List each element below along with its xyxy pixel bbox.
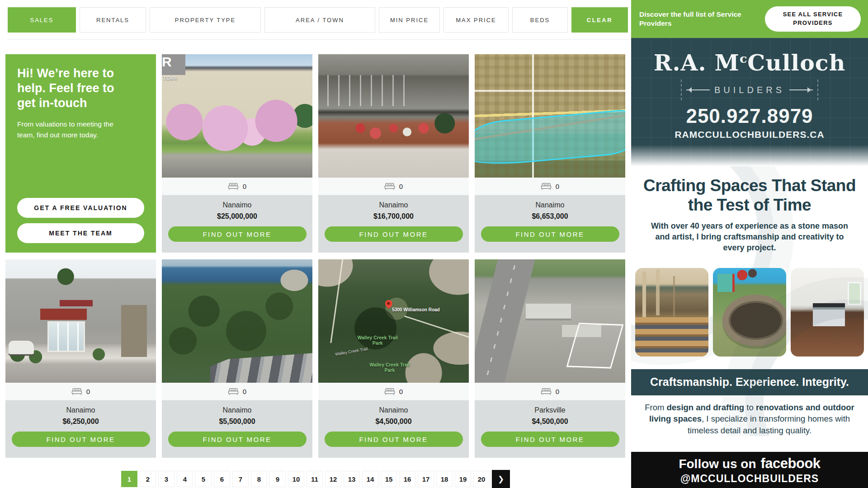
page-button-16[interactable]: 16 [399,471,415,487]
promo-heading: Hi! We’re here to help. Feel free to get… [17,66,126,111]
builder-logo: R.A. McCulloch [631,50,868,76]
listing-price: $6,653,000 [475,212,625,221]
find-out-more-button[interactable]: FIND OUT MORE [12,432,150,447]
next-page-button[interactable]: ❯ [492,470,510,488]
page-button-7[interactable]: 7 [232,471,249,487]
listing-photo-forest-ocean-aerial[interactable] [162,259,312,383]
page-button-14[interactable]: 14 [362,471,378,487]
listing-meta-strip: 0 [475,383,625,400]
builder-phone: 250.927.8979 [631,105,868,127]
builder-ad-header: R.A. McCulloch BUILDERS 250.927.8979 RAM… [631,38,868,166]
pagination: 1234567891011121314151617181920❯ [0,470,631,488]
page-button-8[interactable]: 8 [251,471,267,487]
listing-photo-condo-cherry-blossoms[interactable]: RTOR® [162,54,312,178]
listing-photo-entrance-flower-garden[interactable] [318,54,469,178]
filter-area-town[interactable]: AREA / TOWN [264,7,375,33]
page-button-10[interactable]: 10 [288,471,304,487]
page-button-11[interactable]: 11 [307,471,323,487]
filter-rentals[interactable]: RENTALS [80,7,146,33]
listing-meta-strip: 0 [5,383,156,400]
listing-location: Nanaimo [162,406,312,414]
bed-icon [228,388,239,395]
service-banner-text: Discover the full list of Service Provid… [639,10,752,28]
filter-beds[interactable]: BEDS [512,7,568,33]
listing-location: Nanaimo [5,406,156,414]
listing-card: RTOR®0Nanaimo$25,000,000FIND OUT MORE [162,54,312,253]
page-button-12[interactable]: 12 [325,471,341,487]
page-button-2[interactable]: 2 [140,471,156,487]
listing-photo-parcel-map-aerial[interactable] [475,54,625,178]
follow-us-text: Follow us on [679,457,756,471]
filter-max-price[interactable]: MAX PRICE [443,7,509,33]
ad-subheadline: With over 40 years of experience as a st… [650,221,849,253]
listing-info: Nanaimo$5,500,000FIND OUT MORE [162,400,312,458]
filter-clear[interactable]: CLEAR [571,7,628,33]
page-button-15[interactable]: 15 [381,471,397,487]
meet-the-team-button[interactable]: MEET THE TEAM [17,223,144,243]
bed-icon [384,388,395,395]
ad-facebook-footer: Follow us onfacebook @MCCULLOCHBUILDERS [631,452,868,488]
bed-count: 0 [399,388,403,395]
page-button-19[interactable]: 19 [455,471,471,487]
filter-sales[interactable]: SALES [8,7,76,33]
logo-superscript: c [740,52,747,66]
filter-property-type[interactable]: PROPERTY TYPE [150,7,261,33]
page-button-20[interactable]: 20 [473,471,490,487]
find-out-more-button[interactable]: FIND OUT MORE [325,432,463,447]
bed-icon [541,183,552,190]
listing-info: Parksville$4,500,000FIND OUT MORE [475,400,625,458]
bed-icon [541,388,552,395]
listings-grid: Hi! We’re here to help. Feel free to get… [5,54,631,458]
bed-icon [71,388,82,395]
builders-tagline: BUILDERS [675,80,824,100]
filter-min-price[interactable]: MIN PRICE [379,7,440,33]
page-button-4[interactable]: 4 [177,471,193,487]
page-button-18[interactable]: 18 [436,471,453,487]
page-button-1[interactable]: 1 [121,471,137,487]
listing-price: $6,250,000 [5,418,156,426]
bed-icon [228,183,239,190]
listing-price: $16,700,000 [318,212,469,221]
listing-card: 0Nanaimo$16,700,000FIND OUT MORE [318,54,469,253]
find-out-more-button[interactable]: FIND OUT MORE [481,432,619,447]
facebook-handle: @MCCULLOCHBUILDERS [680,473,819,485]
see-all-service-providers-button[interactable]: SEE ALL SERVICE PROVIDERS [765,6,861,32]
listing-location: Nanaimo [318,201,469,209]
photo-detail-roofA [526,304,571,319]
bed-count: 0 [399,183,403,190]
listing-photo-satellite-map-pin[interactable]: 5300 Williamson RoadWalley Creek Trail P… [318,259,469,383]
photo-detail-red2 [40,309,87,320]
listing-card: 0Parksville$4,500,000FIND OUT MORE [475,259,625,458]
page-button-17[interactable]: 17 [418,471,434,487]
get-free-valuation-button[interactable]: GET A FREE VALUATION [17,198,144,218]
dash-mark [817,80,818,100]
listing-card: 0Nanaimo$6,653,000FIND OUT MORE [475,54,625,253]
page-button-6[interactable]: 6 [214,471,230,487]
listing-card: 5300 Williamson RoadWalley Creek Trail P… [318,259,469,458]
photo-detail-red1 [60,300,93,306]
page-button-9[interactable]: 9 [269,471,286,487]
photo-detail-cyan [475,108,625,167]
listing-info: Nanaimo$4,500,000FIND OUT MORE [318,400,469,458]
bed-count: 0 [556,388,559,395]
find-out-more-button[interactable]: FIND OUT MORE [168,226,307,242]
ad-headline: Crafting Spaces That Stand the Test of T… [631,176,868,215]
listing-photo-commercial-aerial[interactable] [475,259,625,383]
find-out-more-button[interactable]: FIND OUT MORE [168,432,307,447]
page-button-3[interactable]: 3 [158,471,175,487]
listing-price: $4,500,000 [475,418,625,426]
listing-photo-industrial-building[interactable] [5,259,156,383]
listing-card: 0Nanaimo$6,250,000FIND OUT MORE [5,259,156,458]
realtor-watermark: R [162,54,185,75]
ad-photo-row [631,268,868,357]
promo-body: From valuations to meeting the team, fin… [17,119,119,141]
photo-detail-win [327,75,406,106]
photo-detail-hwy [475,259,537,383]
listing-price: $25,000,000 [162,212,312,221]
page-button-5[interactable]: 5 [195,471,212,487]
page-button-13[interactable]: 13 [344,471,360,487]
builder-ad-body: Crafting Spaces That Stand the Test of T… [631,166,868,436]
find-out-more-button[interactable]: FIND OUT MORE [481,226,619,242]
ad-body-text: From design and drafting to renovations … [643,402,856,436]
find-out-more-button[interactable]: FIND OUT MORE [325,226,463,242]
